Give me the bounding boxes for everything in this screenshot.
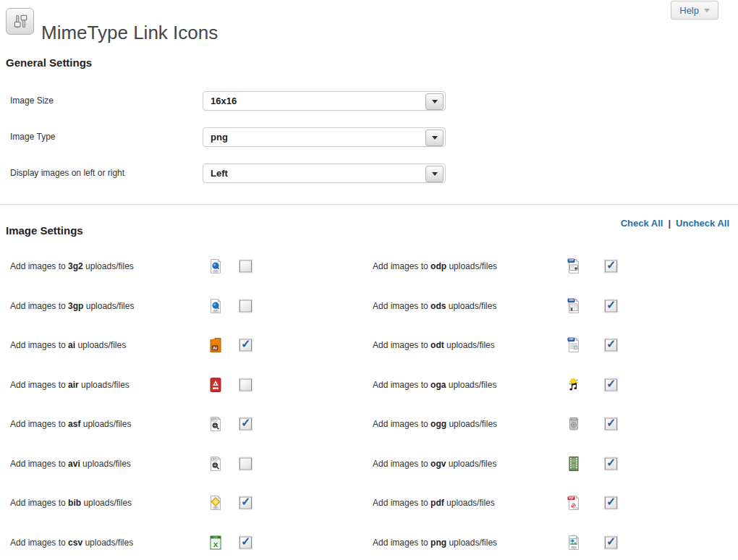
image-setting-row: Add images to ogv uploads/files (373, 444, 640, 484)
checkbox-ai[interactable] (239, 339, 252, 352)
checkbox-asf[interactable] (239, 418, 252, 430)
csv-file-icon: CSVX (208, 535, 223, 551)
checkbox-bib[interactable] (239, 497, 252, 509)
image-row-label: Add images to asf uploads/files (10, 419, 131, 429)
image-row-label: Add images to csv uploads/files (10, 538, 133, 548)
image-row-label: Add images to bib uploads/files (10, 498, 132, 508)
svg-text:ODS: ODS (569, 299, 574, 302)
3gp-file-icon: 3GP (208, 298, 223, 314)
odp-file-icon: ODP (567, 258, 581, 274)
display-side-select-arrow-button[interactable] (425, 166, 444, 182)
help-button-label: Help (679, 5, 699, 16)
svg-text:ODT: ODT (569, 339, 574, 341)
display-side-row: Display images on left or right Left (0, 164, 506, 183)
image-row-label: Add images to odt uploads/files (373, 340, 495, 350)
chevron-down-icon (432, 172, 438, 176)
svg-text:3G2: 3G2 (214, 270, 218, 273)
svg-text:ODP: ODP (569, 260, 574, 263)
chevron-down-icon (432, 100, 438, 103)
image-setting-row: Add images to png uploads/files PNG (373, 523, 640, 560)
checkbox-oga[interactable] (605, 378, 617, 391)
image-row-label: Add images to ai uploads/files (10, 340, 126, 350)
image-row-label: Add images to 3g2 uploads/files (10, 261, 134, 271)
link-separator: | (668, 218, 671, 229)
image-type-label: Image Type (10, 127, 55, 147)
image-type-select[interactable]: png (203, 127, 446, 147)
svg-text:X: X (213, 540, 218, 548)
checkbox-odt[interactable] (605, 339, 617, 352)
svg-text:ASF: ASF (212, 418, 216, 421)
checkbox-ogg[interactable] (605, 418, 617, 430)
image-type-select-arrow-button[interactable] (425, 130, 444, 146)
image-settings-heading: Image Settings (6, 224, 83, 237)
image-size-label: Image Size (10, 91, 54, 111)
image-row-label: Add images to odp uploads/files (373, 261, 497, 271)
3g2-file-icon: 3G2 (208, 258, 223, 274)
svg-text:PDF: PDF (569, 497, 574, 500)
svg-text:AVI: AVI (213, 458, 216, 461)
checkbox-pdf[interactable] (605, 497, 617, 509)
image-row-label: Add images to ogg uploads/files (373, 419, 497, 429)
sliders-icon (6, 8, 34, 35)
image-setting-row: Add images to air uploads/files AIR (10, 365, 271, 405)
air-file-icon: AIR (208, 377, 223, 393)
page-title: MimeType Link Icons (41, 22, 218, 44)
image-setting-row: Add images to ods uploads/files ODS (373, 287, 640, 326)
image-setting-row: Add images to oga uploads/files (373, 365, 640, 405)
png-file-icon: PNG (567, 535, 581, 551)
checkbox-ogv[interactable] (605, 457, 617, 470)
image-size-select[interactable]: 16x16 (203, 91, 446, 111)
image-type-row: Image Type png (0, 127, 506, 147)
svg-text:PNG: PNG (572, 546, 576, 548)
image-setting-row: Add images to bib uploads/files BIB (10, 483, 271, 523)
help-button[interactable]: Help (671, 1, 718, 20)
checkbox-3g2[interactable] (239, 260, 252, 273)
display-side-label: Display images on left or right (10, 164, 124, 183)
pdf-file-icon: PDF (567, 495, 581, 511)
checkbox-3gp[interactable] (239, 300, 252, 312)
ai-file-icon: Ai (208, 337, 223, 353)
checkbox-csv[interactable] (239, 536, 252, 548)
uncheck-all-link[interactable]: Uncheck All (676, 218, 729, 229)
image-row-label: Add images to oga uploads/files (373, 380, 496, 390)
image-setting-row: Add images to pdf uploads/files PDF (373, 483, 640, 523)
image-setting-row: Add images to ogg uploads/files OGG (373, 404, 640, 444)
ods-file-icon: ODS (567, 298, 581, 314)
checkbox-avi[interactable] (239, 457, 252, 470)
checkbox-air[interactable] (239, 378, 252, 391)
image-settings-column-right: Add images to odp uploads/files ODP Add … (373, 247, 640, 560)
display-side-select-value: Left (211, 164, 228, 182)
image-setting-row: Add images to odp uploads/files ODP (373, 247, 640, 287)
image-setting-row: Add images to csv uploads/files CSVX (10, 523, 271, 560)
image-row-label: Add images to 3gp uploads/files (10, 301, 134, 311)
image-row-label: Add images to ods uploads/files (373, 301, 496, 311)
image-size-row: Image Size 16x16 (0, 91, 506, 111)
section-divider (0, 204, 738, 205)
svg-text:Ai: Ai (213, 346, 217, 350)
checkbox-png[interactable] (605, 536, 617, 548)
image-row-label: Add images to ogv uploads/files (373, 459, 496, 469)
image-setting-row: Add images to odt uploads/files ODT (373, 326, 640, 365)
image-setting-row: Add images to 3gp uploads/files 3GP (10, 287, 271, 326)
image-row-label: Add images to pdf uploads/files (373, 498, 495, 508)
svg-text:3GP: 3GP (213, 310, 217, 313)
image-setting-row: Add images to avi uploads/files AVI (10, 444, 271, 484)
svg-text:BIB: BIB (214, 506, 217, 509)
check-all-link[interactable]: Check All (621, 218, 663, 229)
bulk-check-links: Check All|Uncheck All (621, 218, 729, 229)
image-type-select-value: png (211, 128, 228, 146)
ogg-file-icon: OGG (567, 416, 581, 432)
svg-text:AIR: AIR (214, 387, 217, 389)
image-setting-row: Add images to asf uploads/files ASF (10, 404, 271, 444)
image-row-label: Add images to avi uploads/files (10, 459, 131, 469)
avi-file-icon: AVI (208, 456, 223, 472)
display-side-select[interactable]: Left (203, 164, 446, 183)
image-row-label: Add images to air uploads/files (10, 380, 130, 390)
checkbox-ods[interactable] (605, 300, 617, 312)
image-size-select-arrow-button[interactable] (425, 93, 444, 110)
image-size-select-value: 16x16 (211, 92, 237, 110)
checkbox-odp[interactable] (605, 260, 617, 273)
bib-file-icon: BIB (208, 495, 223, 511)
chevron-down-icon (704, 9, 710, 12)
oga-file-icon (567, 377, 581, 393)
